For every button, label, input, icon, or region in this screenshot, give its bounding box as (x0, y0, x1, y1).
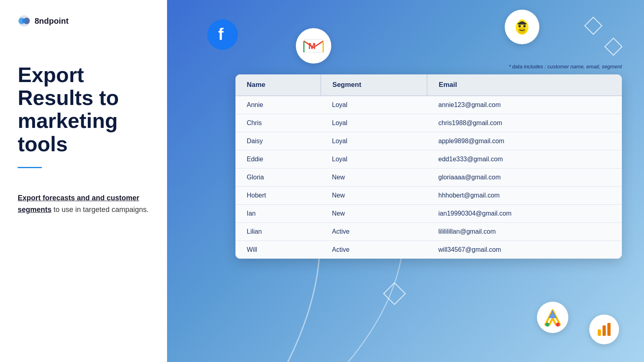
table-row: AnnieLoyalannie123@gmail.com (235, 96, 622, 114)
name-cell: Ian (235, 205, 321, 223)
table-row: HobertNewhhhobert@gmail.com (235, 187, 622, 205)
segment-cell: Loyal (321, 150, 427, 169)
table-row: IanNewian19990304@gmail.com (235, 205, 622, 223)
main-heading: Export Results to marketing tools (18, 64, 149, 156)
divider-line (18, 167, 42, 168)
segment-cell: Loyal (321, 96, 427, 114)
name-cell: Daisy (235, 132, 321, 150)
email-cell: chris1988@gmail.com (427, 114, 622, 132)
mailchimp-icon (505, 10, 539, 44)
segment-cell: New (321, 187, 427, 205)
name-cell: Eddie (235, 150, 321, 169)
table-header-row: Name Segment Email (235, 74, 622, 96)
left-panel: 8ndpoint Export Results to marketing too… (0, 0, 167, 362)
col-email-header: Email (427, 74, 622, 96)
diamond-decoration-3 (383, 282, 406, 305)
heading-line3: marketing tools (18, 109, 118, 155)
name-cell: Annie (235, 96, 321, 114)
table-row: GloriaNewgloriaaaa@gmail.com (235, 169, 622, 187)
google-analytics-icon (589, 315, 619, 344)
data-table-container: Name Segment Email AnnieLoyalannie123@gm… (235, 74, 622, 259)
description-rest: to use in targeted campaigns. (52, 206, 149, 214)
svg-rect-17 (598, 329, 601, 336)
heading-line2: Results (18, 86, 93, 109)
table-row: WillActivewill34567@gmail.com (235, 241, 622, 259)
data-note: * data includes : customer name, email, … (509, 64, 622, 70)
name-cell: Hobert (235, 187, 321, 205)
email-cell: annie123@gmail.com (427, 96, 622, 114)
segment-cell: Loyal (321, 132, 427, 150)
right-panel: f M * data includes : customer name, ema… (167, 0, 644, 362)
email-cell: hhhobert@gmail.com (427, 187, 622, 205)
svg-text:f: f (218, 26, 224, 43)
heading-suffix: to (99, 86, 119, 109)
email-cell: apple9898@gmail.com (427, 132, 622, 150)
name-cell: Gloria (235, 169, 321, 187)
segment-cell: New (321, 169, 427, 187)
svg-text:M: M (308, 41, 316, 51)
name-cell: Will (235, 241, 321, 259)
email-cell: gloriaaaa@gmail.com (427, 169, 622, 187)
segment-cell: Active (321, 241, 427, 259)
email-cell: will34567@gmail.com (427, 241, 622, 259)
svg-rect-18 (603, 325, 606, 336)
segment-cell: Active (321, 223, 427, 241)
table-row: EddieLoyaledd1e333@gmail.com (235, 150, 622, 169)
svg-rect-12 (518, 23, 526, 25)
email-cell: lilililillan@gmail.com (427, 223, 622, 241)
svg-point-10 (523, 25, 526, 27)
diamond-decoration-1 (584, 16, 602, 35)
name-cell: Chris (235, 114, 321, 132)
google-ads-icon (537, 302, 568, 333)
diamond-decoration-2 (604, 37, 622, 56)
svg-rect-19 (607, 323, 611, 336)
col-name-header: Name (235, 74, 321, 96)
segment-cell: Loyal (321, 114, 427, 132)
table-row: DaisyLoyalapple9898@gmail.com (235, 132, 622, 150)
brand-name: 8ndpoint (35, 16, 68, 26)
email-cell: edd1e333@gmail.com (427, 150, 622, 169)
customer-table: Name Segment Email AnnieLoyalannie123@gm… (235, 74, 622, 259)
col-segment-header: Segment (321, 74, 427, 96)
heading-line1: Export (18, 63, 84, 86)
gmail-icon: M (296, 28, 331, 64)
name-cell: Lilian (235, 223, 321, 241)
svg-point-9 (518, 25, 521, 27)
svg-point-3 (22, 19, 26, 23)
facebook-icon: f (207, 19, 238, 50)
logo-icon (18, 14, 31, 27)
logo-area: 8ndpoint (18, 14, 149, 27)
table-row: ChrisLoyalchris1988@gmail.com (235, 114, 622, 132)
email-cell: ian19990304@gmail.com (427, 205, 622, 223)
segment-cell: New (321, 205, 427, 223)
table-row: LilianActivelilililillan@gmail.com (235, 223, 622, 241)
svg-point-16 (556, 323, 560, 327)
description: Export forecasts and and customer segmen… (18, 192, 149, 216)
svg-point-15 (545, 323, 549, 327)
